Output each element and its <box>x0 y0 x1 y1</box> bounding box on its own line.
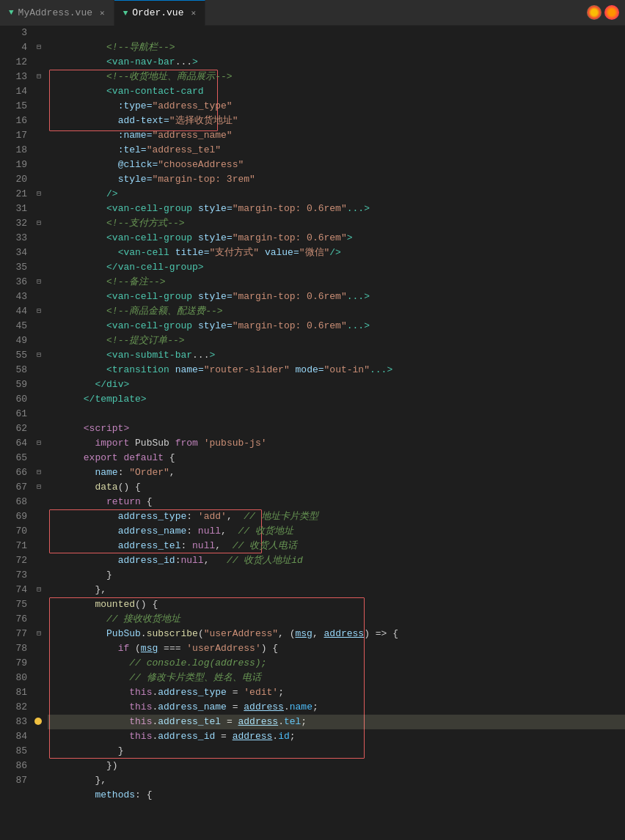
ln-65: 65 <box>0 451 27 465</box>
fold-15 <box>33 99 45 114</box>
code-line-76: PubSub.subscribe("userAddress", (msg, ad… <box>48 612 625 627</box>
code-line-18: @click="chooseAddress" <box>48 143 625 158</box>
tab-order-close[interactable]: ✕ <box>191 8 196 18</box>
ln-19: 19 <box>0 158 27 172</box>
fold-70 <box>33 524 45 539</box>
code-line-74: mounted() { <box>48 583 625 597</box>
ln-68: 68 <box>0 495 27 509</box>
fold-77[interactable]: ⊟ <box>33 627 45 641</box>
code-line-55: <transition name="router-slider" mode="o… <box>48 348 625 363</box>
code-line-44: <van-cell-group style="margin-top: 0.6re… <box>48 304 625 319</box>
fold-12 <box>33 55 45 70</box>
fold-79 <box>33 656 45 671</box>
ln-12: 12 <box>0 55 27 70</box>
code-line-16: :name="address_name" <box>48 114 625 128</box>
ln-74: 74 <box>0 583 27 597</box>
code-line-72: } <box>48 553 625 568</box>
ln-61: 61 <box>0 407 27 421</box>
code-line-61: <script> <box>48 407 625 421</box>
fold-64[interactable]: ⊟ <box>33 436 45 451</box>
fold-16 <box>33 114 45 128</box>
code-line-83: this.address_id = address.id; <box>48 715 625 729</box>
tab-myaddress-icon: ▼ <box>9 8 14 17</box>
fold-61 <box>33 407 45 421</box>
code-line-49: <van-submit-bar...> <box>48 334 625 348</box>
tab-myaddress[interactable]: ▼ MyAddress.vue ✕ <box>0 0 114 26</box>
fold-gutter: ⊟ ⊟ ⊟ ⊟ ⊟ ⊟ ⊟ ⊟ ⊟ ⊟ ⊟ <box>33 26 45 840</box>
fold-45 <box>33 319 45 334</box>
code-line-70: address_tel: null, // 收货人电话 <box>48 524 625 539</box>
ln-84: 84 <box>0 729 27 744</box>
ln-55: 55 <box>0 348 27 363</box>
ln-44: 44 <box>0 304 27 319</box>
fold-20 <box>33 172 45 187</box>
fold-84 <box>33 729 45 744</box>
ln-34: 34 <box>0 246 27 260</box>
ln-17: 17 <box>0 128 27 143</box>
code-line-15: add-text="选择收货地址" <box>48 99 625 114</box>
fold-65 <box>33 451 45 465</box>
ln-3: 3 <box>0 26 27 40</box>
tab-myaddress-label: MyAddress.vue <box>18 7 92 18</box>
ln-66: 66 <box>0 465 27 480</box>
tab-myaddress-close[interactable]: ✕ <box>100 8 105 18</box>
fold-4[interactable]: ⊟ <box>33 40 45 55</box>
code-line-20: /> <box>48 172 625 187</box>
ln-13: 13 <box>0 70 27 84</box>
ln-33: 33 <box>0 231 27 246</box>
fold-60 <box>33 392 45 407</box>
code-line-82: this.address_tel = address.tel; <box>48 700 625 715</box>
ln-85: 85 <box>0 744 27 759</box>
ln-36: 36 <box>0 275 27 290</box>
fold-34 <box>33 246 45 260</box>
fold-81 <box>33 685 45 700</box>
code-line-60 <box>48 392 625 407</box>
fold-68 <box>33 495 45 509</box>
fold-17 <box>33 128 45 143</box>
code-line-79: // 修改卡片类型、姓名、电话 <box>48 656 625 671</box>
fold-74[interactable]: ⊟ <box>33 583 45 597</box>
fold-66[interactable]: ⊟ <box>33 465 45 480</box>
fold-3 <box>33 26 45 40</box>
ln-79: 79 <box>0 656 27 671</box>
editor: 3 4 12 13 14 15 16 17 18 19 20 21 31 32 … <box>0 26 625 840</box>
fold-13[interactable]: ⊟ <box>33 70 45 84</box>
fold-55[interactable]: ⊟ <box>33 348 45 363</box>
code-line-19: style="margin-top: 3rem" <box>48 158 625 172</box>
ln-80: 80 <box>0 671 27 685</box>
code-line-35: <!--备注--> <box>48 260 625 275</box>
ln-76: 76 <box>0 612 27 627</box>
code-line-64: export default { <box>48 436 625 451</box>
fold-14 <box>33 84 45 99</box>
firefox-icon <box>604 5 619 20</box>
ln-78: 78 <box>0 641 27 656</box>
fold-36[interactable]: ⊟ <box>33 275 45 290</box>
fold-32[interactable]: ⊟ <box>33 216 45 231</box>
fold-49 <box>33 334 45 348</box>
fold-21[interactable]: ⊟ <box>33 187 45 202</box>
fold-86 <box>33 759 45 773</box>
fold-73 <box>33 568 45 583</box>
ln-70: 70 <box>0 524 27 539</box>
code-line-59: </template> <box>48 377 625 392</box>
ln-67: 67 <box>0 480 27 495</box>
fold-67[interactable]: ⊟ <box>33 480 45 495</box>
code-line-85: }) <box>48 744 625 759</box>
code-line-31: <!--支付方式--> <box>48 202 625 216</box>
fold-85 <box>33 744 45 759</box>
ln-83: 83 <box>0 715 27 729</box>
code-line-65: name: "Order", <box>48 451 625 465</box>
ln-71: 71 <box>0 539 27 553</box>
tab-order[interactable]: ▼ Order.vue ✕ <box>114 0 205 26</box>
code-line-33: <van-cell title="支付方式" value="微信"/> <box>48 231 625 246</box>
fold-44[interactable]: ⊟ <box>33 304 45 319</box>
fold-83 <box>33 715 45 729</box>
ln-82: 82 <box>0 700 27 715</box>
fold-18 <box>33 143 45 158</box>
fold-82 <box>33 700 45 715</box>
code-line-69: address_name: null, // 收货地址 <box>48 509 625 524</box>
code-line-34: </van-cell-group> <box>48 246 625 260</box>
code-line-13: <van-contact-card <box>48 70 625 84</box>
ln-64: 64 <box>0 436 27 451</box>
ln-14: 14 <box>0 84 27 99</box>
